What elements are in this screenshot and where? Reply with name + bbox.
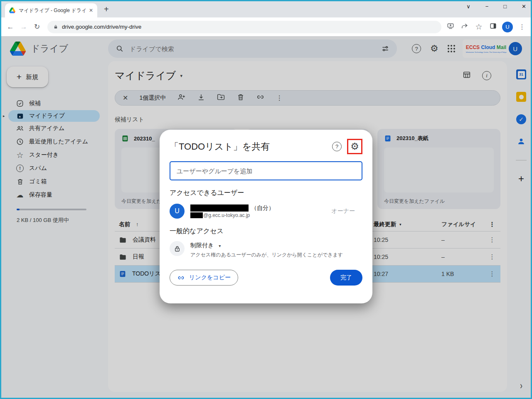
browser-toolbar: ← → ↻ drive.google.com/drive/my-drive ☆ … (0, 17, 532, 36)
general-access-row: 制限付き ▾ アクセス権のあるユーザーのみが、リンクから開くことができます (170, 241, 362, 259)
annotation-highlight-box: ⚙ (347, 139, 362, 154)
link-icon (177, 274, 185, 282)
forward-button[interactable]: → (17, 23, 30, 31)
tab-title: マイドライブ - Google ドライブ (19, 7, 86, 14)
owner-self-label: （自分） (251, 204, 274, 212)
browser-tab-strip: マイドライブ - Google ドライブ ✕ + ∨ − □ ✕ (0, 0, 532, 17)
access-level-dropdown[interactable]: 制限付き ▾ (190, 241, 343, 249)
caret-down-icon: ▾ (219, 244, 221, 248)
back-button[interactable]: ← (4, 23, 17, 31)
access-description: アクセス権のあるユーザーのみが、リンクから開くことができます (190, 251, 343, 259)
share-icon[interactable] (460, 22, 470, 32)
redacted-owner-name (190, 204, 249, 212)
window-close-button[interactable]: ✕ (522, 3, 526, 10)
reload-button[interactable]: ↻ (31, 22, 43, 31)
add-people-input[interactable] (170, 161, 362, 180)
window-minimize-button[interactable]: − (485, 3, 489, 10)
bookmark-star-icon[interactable]: ☆ (474, 22, 484, 32)
url-text: drive.google.com/drive/my-drive (62, 24, 141, 30)
dialog-title: 「TODOリスト」を共有 (170, 140, 332, 153)
save-page-icon[interactable] (446, 22, 456, 32)
browser-avatar[interactable]: U (502, 22, 513, 32)
owner-row[interactable]: U （自分） @g.ecc.u-tokyo.ac.jp オーナー (170, 204, 362, 219)
owner-role-label: オーナー (331, 207, 362, 215)
tab-close-icon[interactable]: ✕ (89, 7, 93, 13)
url-bar[interactable]: drive.google.com/drive/my-drive (47, 21, 441, 33)
lock-icon (170, 241, 185, 256)
owner-email-suffix: @g.ecc.u-tokyo.ac.jp (203, 212, 250, 218)
browser-menu-icon[interactable]: ⋮ (517, 23, 527, 31)
redacted-owner-email (190, 212, 203, 218)
done-button[interactable]: 完了 (330, 270, 362, 286)
drive-app: ドライブ ? ⚙ ECCS Cloud Mail Information Tec… (0, 36, 532, 398)
new-tab-button[interactable]: + (104, 5, 109, 14)
people-with-access-label: アクセスできるユーザー (170, 189, 362, 197)
lock-icon (53, 24, 58, 30)
copy-link-button[interactable]: リンクをコピー (170, 270, 238, 286)
dialog-help-icon[interactable]: ? (332, 142, 342, 151)
drive-favicon (9, 7, 15, 13)
window-expand-icon[interactable]: ∨ (466, 3, 470, 10)
side-panel-icon[interactable] (488, 22, 498, 32)
window-maximize-button[interactable]: □ (503, 3, 507, 10)
owner-avatar: U (170, 204, 185, 219)
general-access-label: 一般的なアクセス (170, 227, 362, 236)
share-dialog: 「TODOリスト」を共有 ? ⚙ アクセスできるユーザー U （自分） @g.e… (160, 130, 372, 303)
share-settings-gear-icon[interactable]: ⚙ (350, 142, 359, 151)
browser-tab[interactable]: マイドライブ - Google ドライブ ✕ (5, 3, 97, 17)
